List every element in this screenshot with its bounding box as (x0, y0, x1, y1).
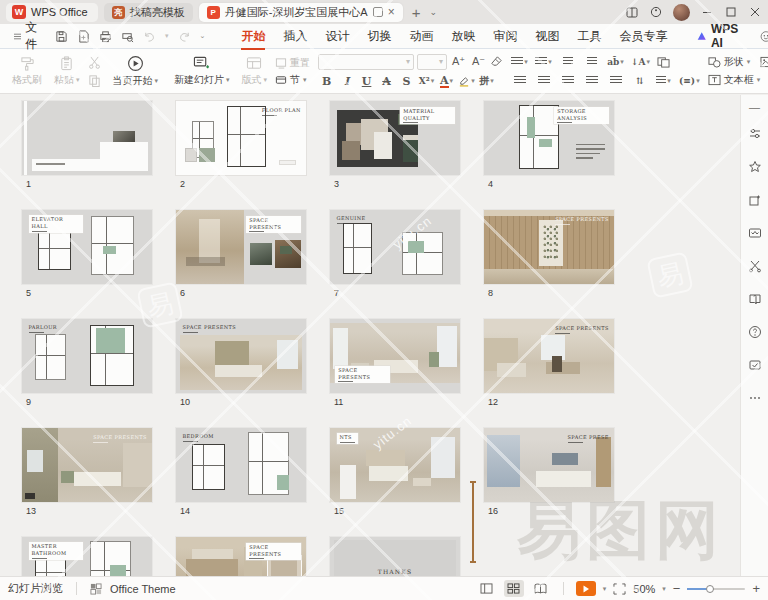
tab-list-caret-icon[interactable]: ⌄ (429, 7, 437, 17)
pinyin-button[interactable]: 拼▾ (478, 74, 495, 89)
notes-icon[interactable] (741, 282, 768, 315)
export-pdf-icon[interactable] (77, 30, 90, 43)
increase-font-icon[interactable]: A⁺ (450, 54, 467, 69)
columns-icon[interactable]: ▾ (655, 73, 672, 88)
service-icon[interactable] (760, 29, 768, 44)
text-align-more-icon[interactable]: (≡)▾ (679, 73, 700, 88)
slideshow-play-button[interactable] (576, 581, 596, 596)
highlight-color-button[interactable]: ▾ (458, 74, 475, 89)
align-left-icon[interactable] (511, 73, 528, 88)
avatar[interactable] (673, 4, 690, 21)
bold-button[interactable]: B (318, 74, 335, 89)
slide-thumbnail-16[interactable]: SPACE PRESE (484, 428, 614, 502)
font-size-select[interactable]: ▾ (417, 54, 447, 70)
properties-icon[interactable] (741, 117, 768, 150)
font-color-button[interactable]: A▾ (438, 74, 455, 89)
slide-thumbnail-3[interactable]: MATERIAL QUALITY (330, 101, 460, 175)
bullets-icon[interactable]: ▾ (511, 54, 528, 69)
menu-item-6[interactable]: 放映 (443, 25, 483, 48)
slide-thumbnail-5[interactable]: ELEVATOR HALL (22, 210, 152, 284)
underline-button[interactable]: U (358, 74, 375, 89)
slide-thumbnail-18[interactable]: SPACE PRESENTS (176, 537, 306, 576)
align-center-icon[interactable] (535, 73, 552, 88)
italic-button[interactable]: I (338, 74, 355, 89)
justify-icon[interactable] (583, 73, 600, 88)
quickbar-more-caret-icon[interactable]: ⌄ (200, 32, 206, 40)
vertical-text-icon[interactable]: ↓A▾ (631, 54, 650, 69)
appearance-icon[interactable] (649, 5, 663, 19)
slide-thumbnail-6[interactable]: SPACE PRESENTS (176, 210, 306, 284)
file-menu-button[interactable]: 文件 (8, 19, 47, 53)
play-options-caret-icon[interactable]: ▾ (603, 585, 607, 593)
tab-document[interactable]: P 丹健国际-深圳岁宝国展中心A × (199, 3, 403, 22)
slide-thumbnail-10[interactable]: SPACE PRESENTS (176, 319, 306, 393)
slide-thumbnail-4[interactable]: STORAGE ANALYSIS (484, 101, 614, 175)
menu-item-5[interactable]: 动画 (401, 25, 441, 48)
paste-button[interactable]: 粘贴▾ (50, 56, 84, 87)
slide-thumbnail-2[interactable]: FLOOR PLAN (176, 101, 306, 175)
numbering-icon[interactable]: ▾ (535, 54, 552, 69)
split-view-icon[interactable] (625, 5, 639, 19)
slide-thumbnail-9[interactable]: PARLOUR (22, 319, 152, 393)
decrease-font-icon[interactable]: A⁻ (470, 54, 487, 69)
cut-icon[interactable] (88, 56, 101, 69)
format-painter-button[interactable]: 格式刷 (8, 56, 46, 87)
text-direction-icon[interactable]: ab̄▾ (607, 54, 624, 69)
skill-icon[interactable] (741, 348, 768, 381)
clear-format-icon[interactable] (490, 55, 503, 68)
slide-thumbnail-17[interactable]: MASTER BATHROOM (22, 537, 152, 576)
strikethrough-button[interactable]: A (378, 74, 395, 89)
menu-item-8[interactable]: 视图 (527, 25, 567, 48)
redo-icon[interactable] (178, 30, 191, 43)
id-card-icon[interactable] (741, 216, 768, 249)
new-window-icon[interactable] (741, 183, 768, 216)
slide-thumbnail-13[interactable]: SPACE PRESENTS (22, 428, 152, 502)
tab-template[interactable]: 亮 找稿亮模板 (104, 3, 193, 22)
slide-thumbnail-19[interactable]: THANKS (330, 537, 460, 576)
favorites-icon[interactable] (741, 150, 768, 183)
help-icon[interactable] (741, 315, 768, 348)
maximize-button[interactable] (724, 5, 738, 19)
slide-thumbnail-12[interactable]: SPACE PRESENTS (484, 319, 614, 393)
increase-indent-icon[interactable] (583, 54, 600, 69)
undo-caret-icon[interactable]: ▾ (165, 32, 169, 40)
shadow-button[interactable]: S (398, 74, 415, 89)
picture-button[interactable]: 图片▾ (760, 55, 768, 69)
slide-thumbnail-14[interactable]: BEDROOM (176, 428, 306, 502)
new-slide-button[interactable]: 新建幻灯片▾ (170, 55, 234, 87)
menu-item-10[interactable]: 会员专享 (611, 25, 675, 48)
zoom-slider[interactable] (687, 588, 745, 590)
distribute-icon[interactable] (607, 73, 624, 88)
wps-ai-button[interactable]: WPS AI (693, 22, 745, 50)
slide-thumbnail-11[interactable]: SPACE PRESENTS (330, 319, 460, 393)
print-preview-icon[interactable] (121, 30, 134, 43)
layout-button[interactable]: 版式▾ (238, 56, 272, 87)
zoom-out-button[interactable]: − (673, 581, 681, 596)
shapes-button[interactable]: 形状▾ (708, 55, 751, 69)
minimize-button[interactable] (700, 5, 714, 19)
tools-icon[interactable] (741, 249, 768, 282)
close-button[interactable] (748, 5, 762, 19)
section-button[interactable]: 节▾ (275, 73, 310, 87)
zoom-in-button[interactable]: + (752, 581, 760, 596)
tab-pin-icon[interactable] (373, 7, 383, 17)
tab-close-icon[interactable]: × (388, 5, 395, 19)
textbox-button[interactable]: 文本框▾ (708, 73, 761, 87)
decrease-indent-icon[interactable] (559, 54, 576, 69)
more-icon[interactable] (741, 381, 768, 414)
menu-item-9[interactable]: 工具 (569, 25, 609, 48)
menu-item-7[interactable]: 审阅 (485, 25, 525, 48)
copy-icon[interactable] (88, 74, 101, 87)
normal-view-button[interactable] (477, 580, 497, 597)
superscript-button[interactable]: X²▾ (418, 74, 435, 89)
align-right-icon[interactable] (559, 73, 576, 88)
sidebar-collapse-icon[interactable]: — (749, 101, 760, 117)
reading-view-button[interactable] (531, 580, 551, 597)
undo-icon[interactable] (143, 30, 156, 43)
zoom-caret-icon[interactable]: ▾ (662, 585, 666, 593)
font-family-select[interactable]: ▾ (318, 54, 414, 70)
menu-item-4[interactable]: 切换 (359, 25, 399, 48)
menu-item-1[interactable]: 开始 (233, 25, 273, 48)
fit-screen-icon[interactable] (613, 583, 626, 595)
menu-item-2[interactable]: 插入 (275, 25, 315, 48)
